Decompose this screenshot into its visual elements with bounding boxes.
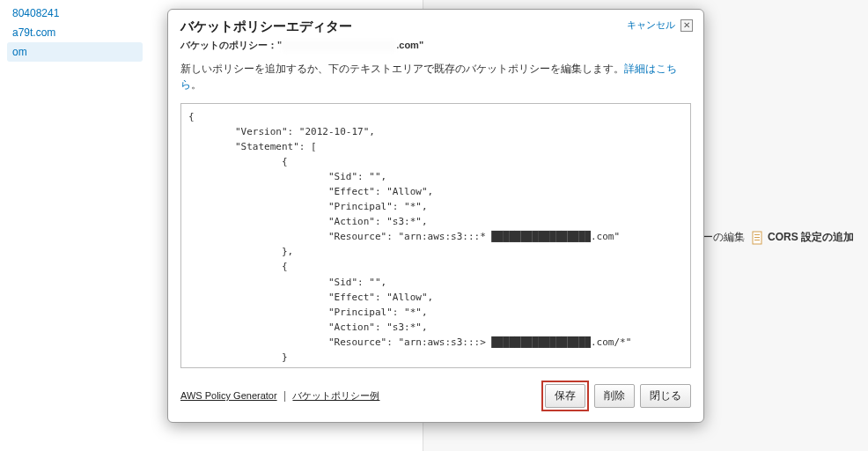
desc-text: 新しいポリシーを追加するか、下のテキストエリアで既存のバケットポリシーを編集しま… [180, 63, 624, 75]
dialog-footer: AWS Policy Generator | バケットポリシー例 保存 削除 閉… [168, 375, 703, 422]
sidebar-item[interactable]: a79t.com [7, 23, 143, 42]
sub-suffix: .com" [396, 40, 423, 50]
sidebar-item[interactable]: 80408241 [7, 4, 143, 23]
sidebar: 80408241 a79t.com om [0, 0, 150, 451]
dialog-description: 新しいポリシーを追加するか、下のテキストエリアで既存のバケットポリシーを編集しま… [168, 57, 703, 100]
svg-rect-2 [754, 237, 760, 238]
desc-suffix: 。 [191, 78, 202, 91]
policy-textarea[interactable]: { "Version": "2012-10-17", "Statement": … [180, 103, 691, 368]
sub-prefix: バケットのポリシー：" [180, 40, 282, 50]
bucket-policy-editor-dialog: バケットポリシーエディター キャンセル ✕ バケットのポリシー：".com" 新… [167, 9, 704, 423]
save-button-highlight: 保存 [541, 381, 589, 411]
edit-action[interactable]: ーの編集 [702, 230, 745, 245]
footer-links: AWS Policy Generator | バケットポリシー例 [180, 389, 379, 403]
cors-label: CORS 設定の追加 [768, 230, 854, 245]
dialog-title: バケットポリシーエディター [180, 18, 352, 35]
dialog-subheader: バケットのポリシー：".com" [168, 39, 703, 57]
svg-rect-3 [754, 240, 760, 240]
policy-example-link[interactable]: バケットポリシー例 [292, 390, 379, 401]
cancel-link[interactable]: キャンセル [627, 18, 675, 32]
edit-label: ーの編集 [702, 230, 745, 245]
delete-button[interactable]: 削除 [594, 384, 635, 408]
dialog-header: バケットポリシーエディター キャンセル ✕ [168, 10, 703, 39]
cors-action[interactable]: CORS 設定の追加 [752, 230, 854, 245]
close-button[interactable]: 閉じる [640, 384, 691, 408]
separator: | [283, 389, 286, 402]
save-button[interactable]: 保存 [545, 384, 585, 408]
sidebar-item[interactable]: om [7, 42, 143, 62]
dialog-buttons: 保存 削除 閉じる [541, 381, 691, 411]
dialog-close-area: キャンセル ✕ [627, 18, 693, 32]
redacted-bucket-name [282, 41, 396, 51]
svg-rect-1 [754, 234, 760, 235]
document-icon [752, 231, 764, 245]
policy-generator-link[interactable]: AWS Policy Generator [180, 390, 277, 401]
close-icon[interactable]: ✕ [680, 19, 693, 32]
